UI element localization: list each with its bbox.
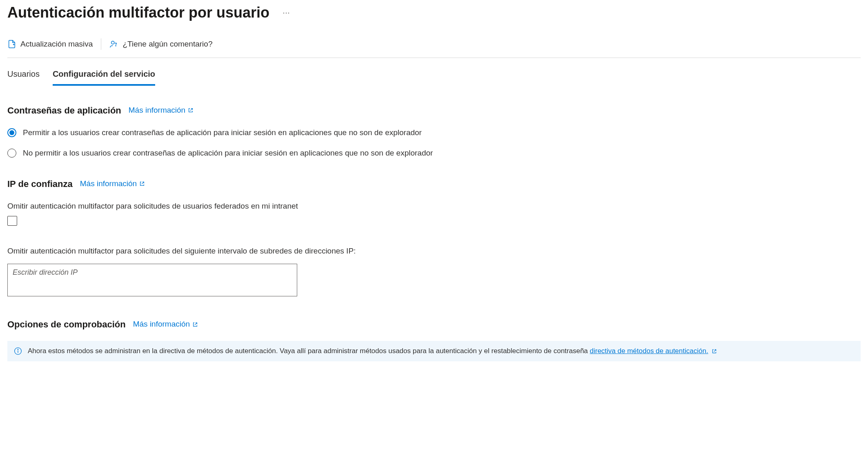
info-banner-text: Ahora estos métodos se administran en la… [28, 346, 717, 356]
auth-methods-policy-link[interactable]: directiva de métodos de autenticación. [590, 347, 708, 355]
skip-federated-label: Omitir autenticación multifactor para so… [7, 200, 861, 212]
page-title: Autenticación multifactor por usuario [7, 2, 269, 24]
feedback-label: ¿Tiene algún comentario? [122, 38, 212, 50]
radio-icon [7, 128, 16, 137]
trusted-ips-learn-more-label: Más información [80, 178, 137, 190]
trusted-ips-learn-more-link[interactable]: Más información [80, 178, 145, 190]
verification-options-title: Opciones de comprobación [7, 318, 126, 331]
section-trusted-ips: IP de confianza Más información Omitir a… [7, 177, 861, 300]
section-verification-options: Opciones de comprobación Más información… [7, 318, 861, 361]
feedback-icon [109, 40, 118, 49]
info-banner: Ahora estos métodos se administran en la… [7, 341, 861, 361]
app-passwords-title: Contraseñas de aplicación [7, 104, 121, 117]
tab-users[interactable]: Usuarios [7, 68, 40, 86]
external-link-icon [139, 181, 145, 187]
info-banner-message: Ahora estos métodos se administran en la… [28, 347, 590, 355]
ip-address-input[interactable] [7, 264, 297, 296]
verification-options-learn-more-label: Más información [133, 318, 190, 330]
verification-options-learn-more-link[interactable]: Más información [133, 318, 198, 330]
section-app-passwords: Contraseñas de aplicación Más informació… [7, 104, 861, 159]
command-bar: Actualización masiva ¿Tiene algún coment… [7, 33, 861, 58]
radio-allow-label: Permitir a los usuarios crear contraseña… [23, 127, 422, 139]
bulk-update-icon [7, 40, 16, 49]
external-link-icon [192, 322, 198, 327]
bulk-update-label: Actualización masiva [20, 38, 93, 50]
radio-allow-app-passwords[interactable]: Permitir a los usuarios crear contraseña… [7, 127, 861, 139]
feedback-button[interactable]: ¿Tiene algún comentario? [109, 38, 212, 50]
command-divider [101, 38, 101, 50]
bulk-update-button[interactable]: Actualización masiva [7, 38, 93, 50]
more-actions-button[interactable]: ⋯ [279, 6, 293, 20]
app-passwords-learn-more-label: Más información [129, 105, 185, 116]
radio-deny-label: No permitir a los usuarios crear contras… [23, 147, 433, 159]
radio-deny-app-passwords[interactable]: No permitir a los usuarios crear contras… [7, 147, 861, 159]
external-link-icon [188, 107, 194, 113]
radio-icon [7, 149, 16, 158]
tabs: Usuarios Configuración del servicio [7, 58, 861, 86]
trusted-ips-title: IP de confianza [7, 177, 73, 191]
external-link-icon [712, 349, 717, 354]
skip-federated-checkbox[interactable] [7, 216, 17, 226]
svg-point-1 [116, 46, 116, 46]
svg-point-4 [18, 349, 18, 349]
svg-point-0 [111, 41, 114, 44]
info-icon [14, 347, 22, 355]
tab-service-config[interactable]: Configuración del servicio [53, 68, 155, 86]
app-passwords-learn-more-link[interactable]: Más información [129, 105, 194, 116]
ip-subnets-label: Omitir autenticación multifactor para so… [7, 245, 861, 257]
